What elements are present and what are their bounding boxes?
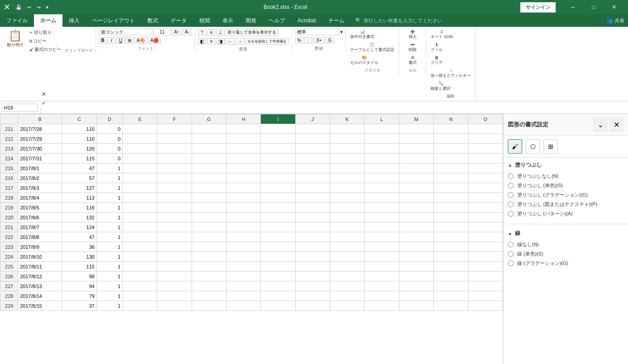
- paste-button[interactable]: 📋 貼り付け: [4, 29, 26, 50]
- cell-J228[interactable]: [295, 291, 330, 301]
- cell-I222[interactable]: [261, 232, 295, 242]
- cell-D214[interactable]: 0: [96, 154, 122, 163]
- cell-M225[interactable]: [399, 262, 433, 272]
- dec-dec-btn[interactable]: .0-: [325, 37, 335, 44]
- cell-L211[interactable]: [364, 124, 399, 134]
- cell-H211[interactable]: [226, 124, 261, 134]
- cell-N212[interactable]: [434, 134, 468, 144]
- cell-B222[interactable]: 2017/8/8: [18, 232, 62, 242]
- tab-formulas[interactable]: 数式: [141, 14, 164, 27]
- cell-M213[interactable]: [399, 144, 433, 154]
- cell-C212[interactable]: 110: [62, 134, 97, 144]
- col-header-l[interactable]: L: [364, 114, 399, 124]
- merge-center-btn[interactable]: セルを結合して中央揃え: [245, 38, 289, 45]
- line-solid-radio[interactable]: [508, 251, 514, 257]
- cell-J213[interactable]: [295, 144, 330, 154]
- cell-O220[interactable]: [468, 213, 502, 222]
- cell-G221[interactable]: [192, 222, 226, 232]
- cell-L221[interactable]: [364, 222, 399, 232]
- cell-M212[interactable]: [399, 134, 433, 144]
- line-section-header[interactable]: ▲ 線: [508, 230, 624, 237]
- cell-N215[interactable]: [434, 163, 468, 173]
- cell-G222[interactable]: [192, 232, 226, 242]
- cell-F214[interactable]: [157, 154, 192, 163]
- cell-N223[interactable]: [434, 242, 468, 252]
- tab-data[interactable]: データ: [164, 14, 193, 27]
- cell-B213[interactable]: 2017/7/30: [18, 144, 62, 154]
- cell-D223[interactable]: 1: [96, 242, 122, 252]
- cell-O217[interactable]: [468, 183, 502, 193]
- cell-J227[interactable]: [295, 281, 330, 291]
- line-gradient-label[interactable]: 線 (グラデーション)(G): [517, 260, 568, 267]
- cell-K223[interactable]: [330, 242, 364, 252]
- cell-J215[interactable]: [295, 163, 330, 173]
- panel-shape-tab[interactable]: ⬠: [526, 139, 540, 154]
- cell-C214[interactable]: 115: [62, 154, 97, 163]
- cell-K222[interactable]: [330, 232, 364, 242]
- cell-N229[interactable]: [434, 301, 468, 311]
- tab-view[interactable]: 表示: [216, 14, 239, 27]
- cell-M223[interactable]: [399, 242, 433, 252]
- cell-L212[interactable]: [364, 134, 399, 144]
- share-button[interactable]: 👥 共有: [603, 14, 628, 27]
- cell-C222[interactable]: 47: [62, 232, 97, 242]
- cell-K226[interactable]: [330, 272, 364, 281]
- cell-O212[interactable]: [468, 134, 502, 144]
- cell-I214[interactable]: [261, 154, 295, 163]
- cell-M229[interactable]: [399, 301, 433, 311]
- cell-F222[interactable]: [157, 232, 192, 242]
- cell-C227[interactable]: 94: [62, 281, 97, 291]
- close-button[interactable]: ✕: [604, 0, 624, 14]
- border-btn[interactable]: ⊞: [126, 37, 134, 44]
- cell-F219[interactable]: [157, 203, 192, 213]
- cell-O214[interactable]: [468, 154, 502, 163]
- cell-O216[interactable]: [468, 173, 502, 183]
- cell-E219[interactable]: [122, 203, 157, 213]
- cell-N222[interactable]: [434, 232, 468, 242]
- tab-team[interactable]: チーム: [322, 14, 351, 27]
- cell-O223[interactable]: [468, 242, 502, 252]
- font-color-btn[interactable]: A🔴: [148, 37, 161, 44]
- cell-N221[interactable]: [434, 222, 468, 232]
- cell-F228[interactable]: [157, 291, 192, 301]
- cell-K224[interactable]: [330, 252, 364, 262]
- row-header-225[interactable]: 225: [0, 262, 18, 272]
- cell-H226[interactable]: [226, 272, 261, 281]
- cell-K215[interactable]: [330, 163, 364, 173]
- cell-L213[interactable]: [364, 144, 399, 154]
- row-header-214[interactable]: 214: [0, 154, 18, 163]
- row-header-220[interactable]: 220: [0, 213, 18, 222]
- row-header-213[interactable]: 213: [0, 144, 18, 154]
- cell-D225[interactable]: 1: [96, 262, 122, 272]
- cell-N219[interactable]: [434, 203, 468, 213]
- cell-C218[interactable]: 113: [62, 193, 97, 203]
- cell-H215[interactable]: [226, 163, 261, 173]
- cell-K211[interactable]: [330, 124, 364, 134]
- confirm-formula-btn[interactable]: ✓: [39, 99, 48, 108]
- align-middle-btn[interactable]: ≡: [207, 29, 215, 36]
- cell-J223[interactable]: [295, 242, 330, 252]
- cell-G214[interactable]: [192, 154, 226, 163]
- cell-I218[interactable]: [261, 193, 295, 203]
- cell-I217[interactable]: [261, 183, 295, 193]
- cell-E217[interactable]: [122, 183, 157, 193]
- tab-home[interactable]: ホーム: [34, 14, 63, 27]
- cell-B214[interactable]: 2017/7/31: [18, 154, 62, 163]
- cell-N218[interactable]: [434, 193, 468, 203]
- row-header-222[interactable]: 222: [0, 232, 18, 242]
- tab-file[interactable]: ファイル: [0, 14, 34, 27]
- row-header-228[interactable]: 228: [0, 291, 18, 301]
- cell-N227[interactable]: [434, 281, 468, 291]
- cell-I213[interactable]: [261, 144, 295, 154]
- fill-section-header[interactable]: ▲ 塗りつぶし: [508, 161, 624, 169]
- cell-O226[interactable]: [468, 272, 502, 281]
- cell-K225[interactable]: [330, 262, 364, 272]
- row-header-212[interactable]: 212: [0, 134, 18, 144]
- cell-G213[interactable]: [192, 144, 226, 154]
- cell-M220[interactable]: [399, 213, 433, 222]
- cell-D219[interactable]: 1: [96, 203, 122, 213]
- row-header-219[interactable]: 219: [0, 203, 18, 213]
- col-header-k[interactable]: K: [330, 114, 364, 124]
- table-format-btn[interactable]: 📋 テーブルとして書式設定: [348, 42, 396, 54]
- cell-L215[interactable]: [364, 163, 399, 173]
